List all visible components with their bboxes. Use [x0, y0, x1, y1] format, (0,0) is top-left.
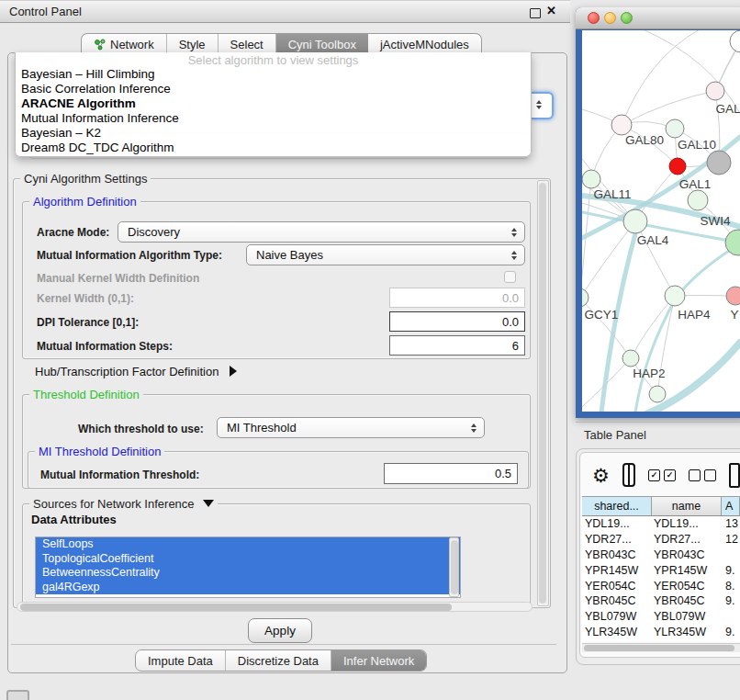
table-row[interactable]: YLR345WYLR345W9. [582, 625, 740, 640]
network-edge[interactable] [622, 30, 700, 125]
tab-label: Style [179, 38, 206, 51]
settings-vscroll-thumb[interactable] [539, 183, 546, 604]
manual-kernel-width-checkbox[interactable] [504, 271, 516, 283]
network-edge[interactable] [676, 247, 734, 299]
table-row[interactable]: YPR145WYPR145W9. [582, 562, 740, 578]
attribute-item-gal4rgexp[interactable]: gal4RGexp [36, 581, 460, 595]
document-icon[interactable] [729, 463, 740, 488]
unchecked-boxes-icon[interactable] [689, 469, 716, 481]
aracne-mode-combobox[interactable]: Discovery [118, 221, 525, 243]
kernel-width-label: Kernel Width (0,1): [37, 292, 134, 305]
data-attributes-list[interactable]: SelfLoopsTopologicalCoefficientBetweenne… [35, 536, 461, 598]
dock-corner-icon[interactable] [6, 690, 29, 700]
tab-impute-data[interactable]: Impute Data [136, 650, 226, 671]
node-label-swi4: SWI4 [700, 214, 730, 228]
checked-boxes-icon[interactable]: ✓✓ [648, 469, 676, 481]
dpi-tolerance-label: DPI Tolerance [0,1]: [37, 316, 139, 329]
table-row[interactable]: YIL052CYIL052C9 [582, 639, 740, 641]
table-horizontal-scrollbar[interactable] [582, 643, 740, 652]
apply-button[interactable]: Apply [248, 618, 312, 643]
column-header-name[interactable]: name [652, 497, 722, 515]
algorithm-option-bayesian-k2[interactable]: Bayesian – K2 [16, 126, 531, 141]
kernel-width-field[interactable]: 0.0 [389, 288, 525, 308]
settings-horizontal-scrollbar[interactable] [17, 602, 533, 612]
network-node-gal10[interactable] [666, 119, 684, 138]
which-threshold-combobox[interactable]: MI Threshold [217, 417, 485, 438]
node-label-gal4: GAL4 [637, 233, 669, 247]
mi-algorithm-type-value: Naive Bayes [247, 248, 510, 262]
tab-infer-network[interactable]: Infer Network [331, 650, 426, 671]
network-node[interactable] [649, 386, 666, 402]
algorithm-dropdown-list: Select algorithm to view settings Bayesi… [15, 52, 532, 157]
algorithm-option-basic-correlation-inference[interactable]: Basic Correlation Inference [16, 82, 531, 96]
attribute-item-topologicalcoefficient[interactable]: TopologicalCoefficient [36, 552, 460, 567]
network-node-gal[interactable] [706, 82, 724, 100]
table-row[interactable]: YBL079WYBL079W [582, 609, 740, 625]
gear-icon[interactable]: ⚙ [592, 466, 610, 485]
network-node-y[interactable] [726, 287, 740, 305]
tab-label: Cyni Toolbox [288, 38, 356, 51]
settings-hscroll-thumb[interactable] [20, 604, 452, 611]
close-icon[interactable]: ✕ [546, 4, 556, 17]
mi-steps-field[interactable]: 6 [389, 335, 525, 356]
mi-algorithm-type-combobox[interactable]: Naive Bayes [246, 244, 525, 265]
attribute-item-betweennesscentrality[interactable]: BetweennessCentrality [36, 566, 460, 581]
table-cell: YBL079W [652, 610, 722, 623]
attribute-item-selfloops[interactable]: SelfLoops [36, 537, 460, 552]
minimize-traffic-light[interactable] [604, 12, 616, 24]
column-header-partial[interactable]: A [722, 497, 740, 515]
network-node-gal11[interactable] [582, 170, 600, 188]
algorithm-option-mutual-information-inference[interactable]: Mutual Information Inference [16, 111, 531, 126]
attribute-list-scrollbar[interactable] [449, 537, 459, 597]
network-node[interactable] [707, 151, 731, 175]
tab-network[interactable]: Network [82, 34, 167, 54]
hub-definition-toggle[interactable]: Hub/Transcription Factor Definition [35, 365, 237, 378]
table-row[interactable]: YBR045CYBR045C9. [582, 593, 740, 609]
tab-jactivemnodules[interactable]: jActiveMNodules [368, 34, 481, 54]
table-row[interactable]: YBR043CYBR043C [582, 548, 740, 563]
tab-label: Network [110, 38, 154, 51]
table-hscroll-thumb[interactable] [584, 645, 734, 651]
node-attribute-table: shared... name A YDL19...YDL19...13YDR27… [582, 496, 740, 641]
algorithm-option-aracne-algorithm[interactable]: ARACNE Algorithm [16, 96, 531, 111]
focused-combobox-fragment[interactable] [532, 92, 554, 119]
tab-select[interactable]: Select [219, 34, 276, 54]
network-edge[interactable] [582, 298, 631, 358]
attribute-list-scroll-thumb[interactable] [451, 540, 458, 594]
tab-discretize-data[interactable]: Discretize Data [226, 650, 331, 671]
close-traffic-light[interactable] [588, 12, 600, 24]
network-node[interactable] [688, 190, 708, 210]
table-header-row: shared... name A [582, 496, 740, 516]
dpi-tolerance-field[interactable]: 0.0 [389, 311, 525, 332]
algorithm-option-dream8-dc-tdc-algorithm[interactable]: Dream8 DC_TDC Algorithm [16, 141, 531, 155]
table-row[interactable]: YDL19...YDL19...13 [582, 516, 740, 532]
network-window-titlebar[interactable] [576, 7, 740, 29]
network-graph: GALGAL80GAL10GAL1GAL11GAL4SWI4GCY1HAP4YH… [582, 30, 740, 412]
column-header-shared-name[interactable]: shared... [582, 497, 652, 515]
table-row[interactable]: YDR27...YDR27...12 [582, 532, 740, 548]
network-node[interactable] [730, 30, 740, 52]
mi-threshold-label: Mutual Information Threshold: [40, 469, 199, 481]
network-node-gal1[interactable] [669, 158, 686, 175]
expanded-arrow-icon[interactable] [203, 500, 214, 507]
hub-definition-label: Hub/Transcription Factor Definition [35, 365, 219, 378]
tab-cyni-toolbox[interactable]: Cyni Toolbox [276, 34, 368, 54]
split-columns-icon[interactable] [622, 463, 635, 487]
node-label-hap4: HAP4 [678, 308, 711, 322]
network-node-hap2[interactable] [622, 350, 639, 367]
table-row[interactable]: YER054CYER054C8. [582, 578, 740, 593]
algorithm-option-bayesian-hill-climbing[interactable]: Bayesian – Hill Climbing [16, 67, 531, 82]
network-node-gal4[interactable] [623, 209, 647, 233]
zoom-traffic-light[interactable] [621, 12, 633, 24]
settings-vertical-scrollbar[interactable] [537, 180, 549, 606]
float-window-icon[interactable] [530, 8, 541, 18]
network-node-gcy1[interactable] [582, 288, 589, 307]
network-edge[interactable] [643, 30, 740, 113]
tab-style[interactable]: Style [167, 34, 219, 54]
network-node-gal80[interactable] [611, 115, 632, 135]
mi-threshold-field[interactable]: 0.5 [384, 463, 518, 484]
network-node-hap4[interactable] [665, 286, 685, 306]
network-canvas[interactable]: GALGAL80GAL10GAL1GAL11GAL4SWI4GCY1HAP4YH… [582, 30, 740, 412]
which-threshold-label: Which threshold to use: [78, 423, 204, 435]
mi-steps-label: Mutual Information Steps: [37, 340, 173, 353]
